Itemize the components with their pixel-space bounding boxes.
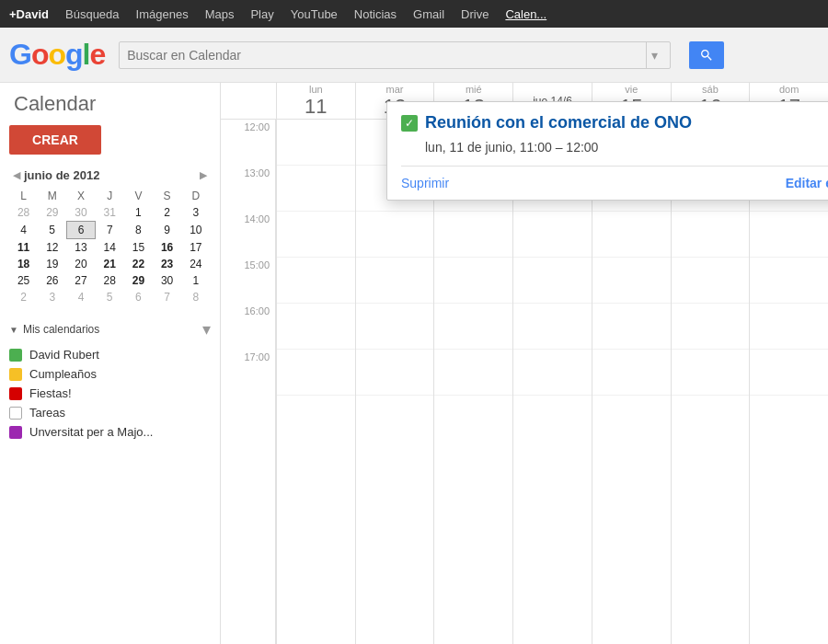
day-name-label: mar xyxy=(386,84,404,95)
my-calendars-options-icon[interactable]: ▾ xyxy=(202,319,211,339)
mini-cal-day[interactable]: 1 xyxy=(181,272,210,289)
nav-drive[interactable]: Drive xyxy=(461,7,489,21)
mini-cal-day[interactable]: 2 xyxy=(153,204,181,222)
mini-cal-day[interactable]: 4 xyxy=(9,222,38,239)
nav-gmail[interactable]: Gmail xyxy=(413,7,444,21)
my-calendars-header[interactable]: ▼ Mis calendarios ▾ xyxy=(9,319,211,339)
create-event-button[interactable]: CREAR xyxy=(9,125,101,155)
search-button[interactable] xyxy=(689,41,724,69)
hour-line xyxy=(592,258,671,304)
mini-cal-day[interactable]: 14 xyxy=(96,239,124,257)
nav-david[interactable]: +David xyxy=(9,7,49,21)
day-name-label: vie xyxy=(625,84,638,95)
mini-cal-day[interactable]: 29 xyxy=(124,272,153,289)
mini-cal-day[interactable]: 1 xyxy=(124,204,153,222)
mini-cal-day[interactable]: 7 xyxy=(96,222,124,239)
mini-cal-day[interactable]: 31 xyxy=(96,204,124,222)
mini-cal-day[interactable]: 8 xyxy=(124,222,153,239)
nav-busqueda[interactable]: Búsqueda xyxy=(65,7,120,21)
nav-noticias[interactable]: Noticias xyxy=(354,7,397,21)
mini-cal-day[interactable]: 17 xyxy=(181,239,210,257)
mini-cal-day[interactable]: 13 xyxy=(66,239,95,257)
my-calendars-arrow: ▼ xyxy=(9,325,18,335)
search-dropdown-icon[interactable]: ▾ xyxy=(646,42,662,68)
mini-cal-day-header: S xyxy=(153,188,181,204)
mini-cal-next[interactable]: ▶ xyxy=(196,169,211,181)
mini-cal-grid: LMXJVSD 28293031123456789101112131415161… xyxy=(9,188,211,305)
mini-cal-day[interactable]: 8 xyxy=(181,289,210,305)
mini-cal-day[interactable]: 11 xyxy=(9,239,38,257)
mini-cal-day[interactable]: 6 xyxy=(124,289,153,305)
mini-cal-day[interactable]: 30 xyxy=(153,272,181,289)
calendar-color-indicator xyxy=(9,426,22,439)
mini-cal-day[interactable]: 19 xyxy=(38,256,66,272)
nav-imagenes[interactable]: Imágenes xyxy=(136,7,189,21)
time-slot-label: 14:00 xyxy=(221,212,275,258)
mini-cal-day[interactable]: 5 xyxy=(96,289,124,305)
mini-cal-day-header: X xyxy=(66,188,95,204)
mini-cal-day[interactable]: 22 xyxy=(124,256,153,272)
google-logo: Google xyxy=(9,38,105,72)
hour-line xyxy=(277,212,355,258)
mini-cal-day[interactable]: 20 xyxy=(66,256,95,272)
mini-cal-prev[interactable]: ◀ xyxy=(9,169,24,181)
mini-cal-day[interactable]: 26 xyxy=(38,272,66,289)
mini-cal-day[interactable]: 2 xyxy=(9,289,38,305)
mini-cal-day[interactable]: 23 xyxy=(153,256,181,272)
calendar-item[interactable]: Tareas xyxy=(9,403,211,422)
time-gutter: 12:0013:0014:0015:0016:0017:00 xyxy=(221,120,276,644)
mini-cal-day[interactable]: 25 xyxy=(9,272,38,289)
popup-actions: Suprimir Editar evento » xyxy=(387,167,828,200)
hour-line xyxy=(356,258,434,304)
hour-line xyxy=(277,258,355,304)
popup-delete-button[interactable]: Suprimir xyxy=(401,176,449,190)
search-input[interactable] xyxy=(127,48,646,63)
hour-line xyxy=(356,304,434,350)
hour-line xyxy=(672,304,750,350)
hour-line xyxy=(750,212,828,258)
hour-line xyxy=(356,212,434,258)
nav-youtube[interactable]: YouTube xyxy=(291,7,338,21)
mini-cal-day[interactable]: 3 xyxy=(181,204,210,222)
mini-cal-day[interactable]: 3 xyxy=(38,289,66,305)
mini-cal-day[interactable]: 4 xyxy=(66,289,95,305)
mini-cal-day[interactable]: 15 xyxy=(124,239,153,257)
mini-cal-day[interactable]: 6 xyxy=(66,222,95,239)
popup-header: ✓ Reunión con el comercial de ONO × xyxy=(387,102,828,140)
mini-cal-day[interactable]: 28 xyxy=(9,204,38,222)
mini-cal-day[interactable]: 10 xyxy=(181,222,210,239)
day-col-header: lun11 xyxy=(276,83,355,119)
hour-line xyxy=(672,212,750,258)
calendar-item[interactable]: David Rubert xyxy=(9,345,211,364)
nav-calendar[interactable]: Calen... xyxy=(505,7,546,21)
mini-cal-day[interactable]: 21 xyxy=(96,256,124,272)
mini-cal-day[interactable]: 18 xyxy=(9,256,38,272)
search-bar[interactable]: ▾ xyxy=(119,41,671,69)
mini-cal-day[interactable]: 7 xyxy=(153,289,181,305)
popup-edit-button[interactable]: Editar evento » xyxy=(786,176,828,190)
mini-cal-day-header: M xyxy=(38,188,66,204)
nav-maps[interactable]: Maps xyxy=(205,7,235,21)
hour-line xyxy=(277,350,355,396)
sidebar: Calendar CREAR ◀ junio de 2012 ▶ LMXJVSD… xyxy=(0,83,221,644)
day-name-label: dom xyxy=(779,84,799,95)
calendar-item[interactable]: Fiestas! xyxy=(9,384,211,403)
calendar-color-indicator xyxy=(9,368,22,381)
mini-cal-day[interactable]: 5 xyxy=(38,222,66,239)
calendar-item-label: Fiestas! xyxy=(29,386,72,400)
calendar-item[interactable]: Unversitat per a Majo... xyxy=(9,422,211,442)
nav-play[interactable]: Play xyxy=(250,7,273,21)
mini-cal-day[interactable]: 28 xyxy=(96,272,124,289)
popup-calendar-icon: ✓ xyxy=(401,115,418,132)
mini-cal-day[interactable]: 24 xyxy=(181,256,210,272)
mini-cal-day[interactable]: 29 xyxy=(38,204,66,222)
mini-cal-day[interactable]: 30 xyxy=(66,204,95,222)
day-name-label: lun xyxy=(309,84,323,95)
hour-line xyxy=(592,304,671,350)
mini-cal-day[interactable]: 12 xyxy=(38,239,66,257)
mini-cal-day[interactable]: 27 xyxy=(66,272,95,289)
mini-cal-day[interactable]: 16 xyxy=(153,239,181,257)
calendar-item[interactable]: Cumpleaños xyxy=(9,364,211,384)
mini-cal-day[interactable]: 9 xyxy=(153,222,181,239)
time-gutter-header xyxy=(221,83,276,119)
